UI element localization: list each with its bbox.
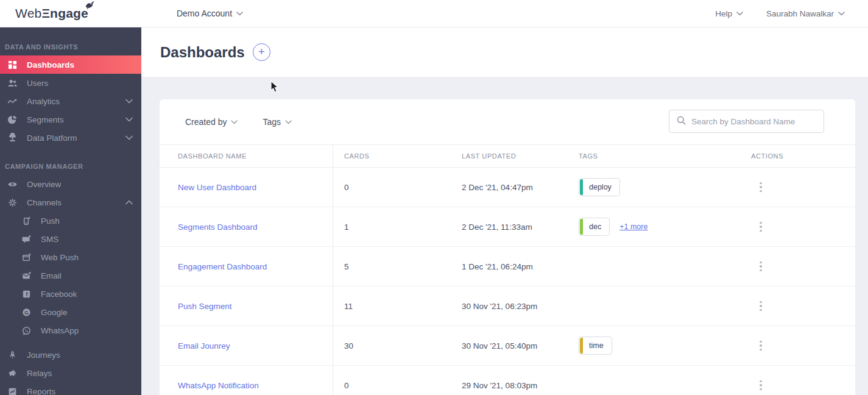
sidebar-item-sms[interactable]: SMS [0, 230, 141, 248]
tag-chip[interactable]: dec [579, 218, 610, 236]
column-header-cards: CARDS [333, 152, 450, 160]
tag-color-bar [580, 179, 583, 195]
tag-chip[interactable]: time [579, 336, 612, 355]
dashboard-name-link[interactable]: Segments Dashboard [178, 222, 258, 232]
column-header-tags: TAGS [567, 152, 739, 160]
push-phone-icon [20, 216, 32, 226]
column-header-last-updated: LAST UPDATED [450, 152, 567, 160]
kebab-menu-icon[interactable] [757, 180, 764, 195]
table-row: Segments Dashboard12 Dec '21, 11:33amdec… [160, 207, 855, 247]
top-bar: WebΞngage Demo Account Help Saurabh Nawa… [0, 0, 868, 27]
help-menu-label: Help [715, 9, 732, 18]
sidebar-item-label: Google [41, 308, 68, 317]
kebab-menu-icon[interactable] [757, 338, 764, 354]
created-by-filter[interactable]: Created by [185, 117, 238, 127]
kebab-menu-icon[interactable] [757, 219, 764, 235]
actions-cell [739, 180, 855, 195]
sidebar-item-label: Facebook [41, 290, 77, 299]
sidebar-item-channels[interactable]: Channels [0, 193, 141, 212]
actions-cell [739, 219, 855, 235]
topbar-right: Help Saurabh Nawalkar [715, 9, 845, 18]
column-header-dashboard-name: DASHBOARD NAME [160, 152, 333, 160]
bird-logo-icon [85, 1, 96, 13]
relays-megaphone-icon [6, 368, 18, 379]
sidebar-item-google[interactable]: GGoogle [0, 303, 141, 321]
sidebar-item-email[interactable]: Email [0, 266, 141, 285]
cards-count: 5 [333, 262, 450, 271]
sidebar-item-reports[interactable]: Reports [0, 382, 141, 395]
sidebar-item-analytics[interactable]: Analytics [0, 92, 141, 110]
sidebar-item-label: Journeys [27, 351, 60, 360]
tags-filter[interactable]: Tags [263, 117, 292, 127]
dashboard-name-link[interactable]: Push Segment [178, 302, 232, 311]
sidebar-item-label: Overview [27, 180, 61, 189]
sidebar-item-web-push[interactable]: Web Push [0, 248, 141, 266]
chevron-up-icon [125, 200, 133, 205]
chevron-down-icon [285, 120, 292, 124]
sidebar-item-whatsapp[interactable]: WhatsApp [0, 321, 141, 340]
account-selector-label: Demo Account [177, 9, 232, 18]
reports-chart-icon [6, 386, 18, 395]
table-body: New User Dashboard02 Dec '21, 04:47pmdep… [160, 168, 855, 395]
webengage-logo[interactable]: WebΞngage [15, 6, 88, 21]
kebab-menu-icon[interactable] [757, 378, 764, 393]
sidebar-section-header: DATA AND INSIGHTS [0, 43, 141, 55]
sidebar-item-overview[interactable]: Overview [0, 175, 141, 193]
data-platform-icon [6, 133, 18, 143]
analytics-icon [6, 96, 18, 107]
sidebar-item-journeys[interactable]: Journeys [0, 346, 141, 364]
sidebar-item-users[interactable]: Users [0, 74, 141, 92]
cards-count: 1 [333, 222, 450, 232]
page-header: Dashboards + [141, 27, 868, 77]
user-menu[interactable]: Saurabh Nawalkar [766, 9, 845, 18]
actions-cell [739, 259, 855, 274]
last-updated: 30 Nov '21, 06:23pm [450, 302, 567, 311]
sidebar-item-relays[interactable]: Relays [0, 364, 141, 382]
account-selector[interactable]: Demo Account [177, 9, 243, 18]
sidebar-section-1: CAMPAIGN MANAGEROverviewChannelsPushSMSW… [0, 147, 141, 395]
cards-count: 0 [333, 183, 450, 192]
sidebar-item-segments[interactable]: Segments [0, 110, 141, 129]
last-updated: 2 Dec '21, 11:33am [450, 222, 567, 232]
sidebar-item-label: Email [41, 271, 62, 280]
search-box [669, 110, 824, 133]
sidebar-item-label: Data Platform [27, 133, 77, 143]
tags-cell: deploy [567, 178, 739, 196]
search-input[interactable] [691, 117, 816, 126]
more-tags-link[interactable]: +1 more [619, 222, 647, 231]
last-updated: 1 Dec '21, 06:24pm [450, 262, 567, 271]
logo-text-web: Web [15, 6, 41, 21]
sidebar-item-dashboards[interactable]: Dashboards [0, 55, 141, 74]
sidebar-item-facebook[interactable]: fFacebook [0, 285, 141, 303]
last-updated: 2 Dec '21, 04:47pm [450, 183, 567, 192]
add-dashboard-button[interactable]: + [253, 43, 270, 61]
channels-icon [6, 198, 18, 208]
chevron-down-icon [236, 12, 243, 16]
journeys-rocket-icon [6, 350, 18, 360]
table-header-row: DASHBOARD NAME CARDS LAST UPDATED TAGS A… [160, 144, 855, 168]
sidebar-item-label: Dashboards [27, 60, 74, 69]
web-push-browser-icon [20, 252, 32, 263]
dashboard-name-link[interactable]: Email Jounrey [178, 341, 230, 351]
tag-chip[interactable]: deploy [579, 178, 620, 196]
logo-text-engage: Ξngage [41, 6, 88, 21]
main-content: Dashboards + Created by Tags [141, 27, 868, 395]
help-menu[interactable]: Help [715, 9, 743, 18]
chevron-down-icon [231, 120, 238, 124]
actions-cell [739, 338, 855, 354]
dashboard-name-link[interactable]: Engagement Dashboard [178, 262, 267, 271]
dashboard-name-link[interactable]: New User Dashboard [178, 183, 256, 192]
chevron-down-icon [736, 12, 743, 16]
last-updated: 30 Nov '21, 05:40pm [450, 341, 567, 351]
sidebar-item-data-platform[interactable]: Data Platform [0, 129, 141, 147]
sidebar-item-label: WhatsApp [41, 326, 79, 335]
table-row: Email Jounrey3030 Nov '21, 05:40pmtime [160, 326, 855, 366]
kebab-menu-icon[interactable] [757, 299, 764, 314]
cards-count: 11 [333, 302, 450, 311]
email-envelope-icon [20, 271, 32, 281]
dashboard-name-link[interactable]: WhatsApp Notification [178, 381, 259, 390]
sidebar-item-push[interactable]: Push [0, 212, 141, 230]
kebab-menu-icon[interactable] [757, 259, 764, 274]
sidebar-section-header: CAMPAIGN MANAGER [0, 163, 141, 175]
overview-eye-icon [6, 179, 18, 190]
